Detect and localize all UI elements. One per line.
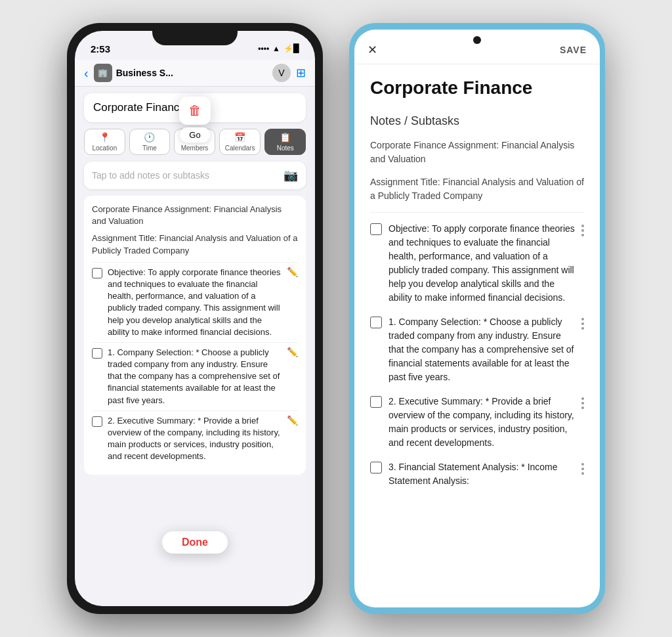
android-note-item-2: 1. Company Selection: * Choose a publicl…: [370, 315, 584, 384]
checkbox-3[interactable]: [92, 416, 102, 427]
nav-title: Business S...: [116, 68, 173, 78]
dots-menu-4[interactable]: [581, 460, 584, 475]
profile-icon: V: [272, 64, 291, 82]
android-camera: [473, 36, 481, 44]
android-checkbox-2[interactable]: [370, 317, 382, 328]
nav-title-area: 🏢 Business S...: [94, 64, 267, 82]
tab-calendars[interactable]: 📅 Calendars: [219, 129, 261, 155]
android-note-item-4: 3. Financial Statement Analysis: * Incom…: [370, 460, 584, 488]
checkbox-2[interactable]: [92, 348, 102, 359]
android-checkbox-1[interactable]: [370, 223, 382, 235]
android-note-text-4: 3. Financial Statement Analysis: * Incom…: [388, 460, 575, 488]
tab-members-label: Members: [181, 144, 209, 152]
close-button[interactable]: ✕: [368, 43, 377, 57]
android-note-text-2: 1. Company Selection: * Choose a publicl…: [388, 315, 575, 384]
note-item-2: 1. Company Selection: * Choose a publicl…: [92, 342, 298, 410]
android-note-header-1: Corporate Finance Assignment: Financial …: [370, 139, 584, 166]
time-icon: 🕐: [144, 132, 155, 143]
android-checkbox-4[interactable]: [370, 462, 382, 473]
tab-time[interactable]: 🕐 Time: [129, 129, 171, 155]
nav-right-icons: V ⊞: [272, 64, 306, 82]
app-icon: 🏢: [94, 64, 112, 82]
note-subtitle: Assignment Title: Financial Analysis and…: [92, 232, 298, 256]
note-text-2: 1. Company Selection: * Choose a publicl…: [108, 347, 282, 406]
iphone-device: 2:53 •••• ▲ ⚡▉ ‹ 🏢 Business S... V ⊞: [67, 23, 323, 614]
edit-icon-1[interactable]: ✏️: [287, 267, 298, 277]
edit-icon-3[interactable]: ✏️: [287, 415, 298, 426]
done-button[interactable]: Done: [162, 531, 228, 554]
notes-input-box[interactable]: Tap to add notes or subtasks 📷: [84, 162, 306, 189]
calendars-icon: 📅: [234, 132, 245, 143]
android-note-item-3: 2. Executive Summary: * Provide a brief …: [370, 395, 584, 450]
iphone-screen: 2:53 •••• ▲ ⚡▉ ‹ 🏢 Business S... V ⊞: [75, 31, 315, 606]
divider-1: [370, 212, 584, 213]
back-button[interactable]: ‹: [84, 66, 89, 81]
tab-location[interactable]: 📍 Location: [84, 129, 125, 155]
delete-popup: 🗑 Go: [179, 97, 211, 143]
dots-menu-3[interactable]: [581, 395, 584, 409]
delete-bubble: 🗑: [179, 97, 211, 125]
save-button[interactable]: SAVE: [560, 45, 587, 55]
wifi-icon: ▲: [272, 44, 280, 53]
note-text-3: 2. Executive Summary: * Provide a brief …: [108, 415, 282, 463]
dots-menu-1[interactable]: [581, 222, 584, 236]
delete-icon[interactable]: 🗑: [188, 103, 201, 118]
grid-icon[interactable]: ⊞: [296, 66, 306, 80]
camera-icon[interactable]: 📷: [284, 168, 298, 183]
android-content: Corporate Finance Notes / Subtasks Corpo…: [354, 64, 600, 603]
android-note-item-1: Objective: To apply corporate finance th…: [370, 222, 584, 305]
tab-calendars-label: Calendars: [225, 144, 255, 152]
android-note-header-2: Assignment Title: Financial Analysis and…: [370, 175, 584, 203]
android-screen: ✕ SAVE Corporate Finance Notes / Subtask…: [354, 30, 600, 607]
status-time: 2:53: [91, 43, 110, 55]
location-icon: 📍: [99, 132, 110, 143]
tab-notes[interactable]: 📋 Notes: [264, 129, 306, 155]
notes-list: Corporate Finance Assignment: Financial …: [84, 196, 306, 475]
tab-location-label: Location: [92, 144, 117, 152]
android-note-text-1: Objective: To apply corporate finance th…: [388, 222, 575, 305]
notes-icon: 📋: [280, 132, 291, 143]
dots-menu-2[interactable]: [581, 315, 584, 330]
iphone-notch: [152, 23, 238, 45]
note-item-3: 2. Executive Summary: * Provide a brief …: [92, 410, 298, 467]
go-button[interactable]: Go: [180, 127, 209, 143]
signal-icon: ••••: [258, 44, 269, 53]
navbar: ‹ 🏢 Business S... V ⊞: [75, 60, 315, 87]
android-section-label: Notes / Subtasks: [370, 114, 584, 128]
notes-placeholder: Tap to add notes or subtasks: [92, 170, 209, 181]
title-text: Corporate Finance: [93, 101, 186, 114]
note-item-1: Objective: To apply corporate finance th…: [92, 262, 298, 342]
android-note-text-3: 2. Executive Summary: * Provide a brief …: [388, 395, 575, 450]
android-title: Corporate Finance: [370, 77, 584, 99]
edit-icon-2[interactable]: ✏️: [287, 347, 298, 357]
status-icons: •••• ▲ ⚡▉: [258, 44, 299, 53]
battery-icon: ⚡▉: [284, 44, 299, 53]
android-top-bar: ✕ SAVE: [354, 30, 600, 64]
android-device: ✕ SAVE Corporate Finance Notes / Subtask…: [349, 23, 605, 614]
iphone-content: Corporate Finance 📍 Location 🕐 Time 👥 Me…: [75, 87, 315, 599]
note-header: Corporate Finance Assignment: Financial …: [92, 204, 298, 227]
note-text-1: Objective: To apply corporate finance th…: [108, 267, 282, 338]
android-checkbox-3[interactable]: [370, 396, 382, 408]
tab-time-label: Time: [142, 144, 157, 152]
checkbox-1[interactable]: [92, 268, 102, 278]
tab-notes-label: Notes: [277, 144, 294, 152]
